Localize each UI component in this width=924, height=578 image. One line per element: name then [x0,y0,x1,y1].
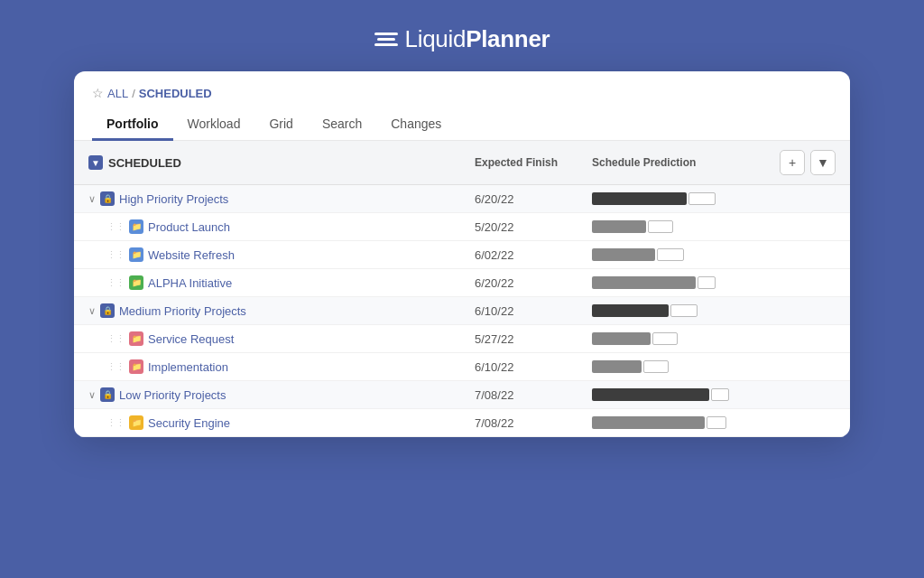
date-cell: 6/10/22 [475,304,592,318]
table-body: ∨🔒High Priority Projects6/20/22⋮⋮📁Produc… [74,185,850,437]
bar-container [592,191,736,206]
breadcrumb-all[interactable]: ALL [107,87,128,100]
lock-icon: 🔒 [100,191,115,206]
table-row: ⋮⋮📁Implementation6/10/22 [74,353,850,381]
drag-handle[interactable]: ⋮⋮ [106,221,125,233]
date-cell: 6/02/22 [475,248,592,262]
bar-container [592,275,736,290]
row-name[interactable]: Medium Priority Projects [119,304,246,318]
bar-filled [592,332,651,345]
row-name[interactable]: Implementation [148,360,228,374]
green-folder-icon: 📁 [129,275,143,290]
bar-filled [592,360,642,373]
date-cell: 5/20/22 [475,220,592,234]
breadcrumb-separator: / [132,87,135,100]
bar-container [592,303,736,318]
bar-filled [592,276,696,289]
star-icon[interactable]: ☆ [92,86,104,100]
add-button[interactable]: + [780,150,805,175]
date-cell: 5/27/22 [475,332,592,346]
date-cell: 7/08/22 [475,388,592,402]
chevron-icon[interactable]: ∨ [88,193,96,205]
main-card: ☆ ALL / SCHEDULED Portfolio Workload Gri… [74,71,850,437]
drag-handle[interactable]: ⋮⋮ [106,361,125,373]
bar-remaining [648,220,673,233]
tab-changes[interactable]: Changes [376,109,456,141]
bar-filled [592,304,669,317]
tab-portfolio[interactable]: Portfolio [92,109,173,141]
lock-icon: 🔒 [100,303,115,318]
card-header: ☆ ALL / SCHEDULED Portfolio Workload Gri… [74,71,850,141]
bar-container [592,219,736,234]
table-row: ⋮⋮📁Website Refresh6/02/22 [74,241,850,269]
pink-folder-icon: 📁 [129,359,143,374]
bar-remaining [711,388,729,401]
bar-filled [592,416,705,429]
scheduled-icon: ▼ [88,155,103,170]
table-row: ⋮⋮📁Security Engine7/08/22 [74,409,850,437]
lock-icon: 🔒 [100,387,115,402]
table-col-name: ▼ SCHEDULED [88,155,475,170]
bar-container [592,247,736,262]
table-row: ⋮⋮📁Product Launch5/20/22 [74,213,850,241]
chevron-icon[interactable]: ∨ [88,305,96,317]
pink-folder-icon: 📁 [129,331,143,346]
bar-remaining [670,304,698,317]
breadcrumb-current: SCHEDULED [139,87,212,100]
table-row: ⋮⋮📁ALPHA Initiative6/20/22 [74,269,850,297]
breadcrumb: ☆ ALL / SCHEDULED [92,86,832,100]
table-row: ∨🔒Low Priority Projects7/08/22 [74,381,850,409]
row-name[interactable]: ALPHA Initiative [148,276,232,290]
app-header: LiquidPlanner [0,0,924,71]
table-row: ∨🔒High Priority Projects6/20/22 [74,185,850,213]
bar-filled [592,192,687,205]
drag-handle[interactable]: ⋮⋮ [106,277,125,289]
table-row: ∨🔒Medium Priority Projects6/10/22 [74,297,850,325]
row-name[interactable]: Low Priority Projects [119,388,226,402]
row-name[interactable]: High Priority Projects [119,192,228,206]
tab-search[interactable]: Search [308,109,376,141]
row-name[interactable]: Security Engine [148,416,230,430]
drag-handle[interactable]: ⋮⋮ [106,333,125,345]
date-cell: 6/20/22 [475,276,592,290]
bar-container [592,359,736,374]
bar-remaining [657,248,684,261]
blue-folder-icon: 📁 [129,247,143,262]
table-actions: + ▼ [772,150,836,175]
app-logo: LiquidPlanner [374,25,550,53]
row-name[interactable]: Website Refresh [148,248,235,262]
bar-remaining [652,332,678,345]
bar-filled [592,220,646,233]
drag-handle[interactable]: ⋮⋮ [106,417,125,429]
bar-remaining [698,276,716,289]
tab-grid[interactable]: Grid [254,109,307,141]
bar-remaining [643,360,669,373]
tab-workload[interactable]: Workload [173,109,255,141]
table-header: ▼ SCHEDULED Expected Finish Schedule Pre… [74,141,850,185]
bar-remaining [688,192,716,205]
bar-container [592,415,736,430]
filter-button[interactable]: ▼ [810,150,836,175]
date-cell: 6/20/22 [475,192,592,206]
bar-filled [592,248,655,261]
bar-filled [592,388,709,401]
bar-remaining [707,416,726,429]
drag-handle[interactable]: ⋮⋮ [106,249,125,261]
table-col-schedule-prediction: Schedule Prediction [592,156,772,169]
bar-container [592,331,736,346]
row-name[interactable]: Product Launch [148,220,230,234]
row-name[interactable]: Service Request [148,332,234,346]
date-cell: 7/08/22 [475,416,592,430]
logo-icon [374,33,398,46]
table-row: ⋮⋮📁Service Request5/27/22 [74,325,850,353]
logo-text: LiquidPlanner [405,25,550,53]
nav-tabs: Portfolio Workload Grid Search Changes [92,109,832,140]
blue-folder-icon: 📁 [129,219,143,234]
bar-container [592,387,736,402]
yellow-folder-icon: 📁 [129,415,143,430]
chevron-icon[interactable]: ∨ [88,389,96,401]
table-col-expected-finish: Expected Finish [475,156,592,169]
table-section: ▼ SCHEDULED Expected Finish Schedule Pre… [74,141,850,437]
date-cell: 6/10/22 [475,360,592,374]
